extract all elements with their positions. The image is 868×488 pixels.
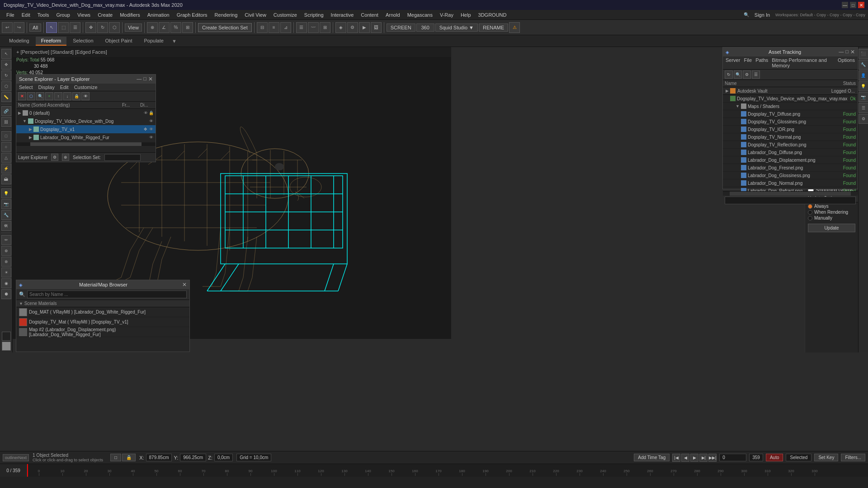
left-tool-3[interactable]: ↻ xyxy=(1,70,11,80)
se-menu-select[interactable]: Select xyxy=(19,84,33,90)
mod-update-button[interactable]: Update xyxy=(808,224,855,232)
at-vault-row[interactable]: ▶ Autodesk Vault Logged O... xyxy=(723,87,858,95)
at-file-row[interactable]: Labrador_Dog_Diffuse.png Found xyxy=(723,149,858,156)
minimize-button[interactable]: — xyxy=(842,2,848,8)
menu-views[interactable]: Views xyxy=(74,11,94,19)
menu-megascans[interactable]: Megascans xyxy=(404,11,436,19)
at-menu-bitmap[interactable]: Bitmap Performance and Memory xyxy=(772,57,834,68)
left-tool-15[interactable]: 🔧 xyxy=(1,210,11,220)
mod-when-rendering-radio[interactable] xyxy=(808,210,812,215)
left-tool-7[interactable]: ⛓ xyxy=(1,117,11,127)
left-tool-12[interactable]: 🏔 xyxy=(1,174,11,184)
lock-btn-lock[interactable]: 🔒 xyxy=(122,454,136,461)
at-btn-settings[interactable]: ⚙ xyxy=(743,70,751,79)
timeline-ruler[interactable]: 0102030405060708090100110120130140150160… xyxy=(0,464,868,477)
at-minimize[interactable]: — xyxy=(839,49,844,55)
scene-explorer-minimize[interactable]: — xyxy=(137,76,142,82)
auto-key-btn[interactable]: Auto xyxy=(766,454,783,461)
left-tool-10[interactable]: △ xyxy=(1,153,11,163)
scene-explorer-close[interactable]: ✕ xyxy=(148,76,153,82)
render-setup[interactable]: ⚙ xyxy=(347,22,358,33)
x-coord[interactable]: 879.85cm xyxy=(146,454,172,461)
at-scroll-thumb[interactable] xyxy=(730,192,851,196)
undo-button[interactable]: ↩ xyxy=(2,22,13,33)
filter-dropdown[interactable]: All xyxy=(29,23,41,32)
left-tool-16[interactable]: 🛠 xyxy=(1,221,11,231)
scale-button[interactable]: ⬡ xyxy=(109,22,120,33)
screen-label[interactable]: SCREEN xyxy=(387,23,415,32)
left-tool-1[interactable]: ↖ xyxy=(1,49,11,59)
lock-btn-square[interactable]: □ xyxy=(110,454,121,461)
rp-btn-4[interactable]: 💡 xyxy=(859,81,868,91)
se-btn-down[interactable]: ↓ xyxy=(63,92,71,100)
mirror-button[interactable]: ⊟ xyxy=(257,22,268,33)
left-tool-6[interactable]: 🔗 xyxy=(1,106,11,116)
redo-button[interactable]: ↪ xyxy=(14,22,24,33)
se-menu-display[interactable]: Display xyxy=(38,84,55,90)
at-maps-expand[interactable]: ▼ xyxy=(736,104,740,108)
at-file-row[interactable]: Dogsplay_TV_Normal.png Found xyxy=(723,133,858,141)
playhead[interactable] xyxy=(27,464,28,477)
studio-label[interactable]: Squid Studio ▼ xyxy=(435,23,478,32)
se-footer-btn-2[interactable]: ⊕ xyxy=(62,154,69,161)
rp-btn-3[interactable]: 👤 xyxy=(859,70,868,80)
warning-icon[interactable]: ⚠ xyxy=(509,22,520,33)
left-tool-9[interactable]: ○ xyxy=(1,142,11,152)
schematic-view[interactable]: ⊞ xyxy=(320,22,330,33)
menu-interactive[interactable]: Interactive xyxy=(327,11,358,19)
se-btn-up[interactable]: ↑ xyxy=(54,92,62,100)
rotate-button[interactable]: ↻ xyxy=(97,22,108,33)
menu-civil-view[interactable]: Civil View xyxy=(241,11,269,19)
at-file-row[interactable]: Dogsplay_TV_Glossines.png Found xyxy=(723,118,858,126)
left-tool-20[interactable]: ☀ xyxy=(1,267,11,277)
at-btn-search[interactable]: 🔍 xyxy=(734,70,742,79)
selection-filter-button[interactable]: ☰ xyxy=(70,22,80,33)
at-vault-expand[interactable]: ▶ xyxy=(726,89,729,93)
at-menu-file[interactable]: File xyxy=(744,57,752,68)
se-scroll-thumb[interactable] xyxy=(30,142,142,146)
scene-explorer-maximize[interactable]: □ xyxy=(143,76,146,82)
tab-modeling[interactable]: Modeling xyxy=(4,37,35,46)
render-production[interactable]: ▶ xyxy=(359,22,370,33)
spinner-snap[interactable]: ⊞ xyxy=(182,22,193,33)
at-restore[interactable]: □ xyxy=(845,49,849,55)
pb-go-start[interactable]: |◀ xyxy=(672,454,680,462)
at-file-row[interactable]: Labrador_Dog_Fresnel.png Found xyxy=(723,164,858,172)
se-row-dogsplay-device[interactable]: ▼ Dogsplay_TV_Video_Device_with_Dog 👁 xyxy=(16,117,156,125)
pb-prev[interactable]: ◀ xyxy=(681,454,689,462)
left-tool-22[interactable]: ⚈ xyxy=(1,289,11,299)
se-move-icon[interactable]: ✥ xyxy=(144,127,147,131)
left-tool-13[interactable]: 💡 xyxy=(1,188,11,198)
sign-in-button[interactable]: Sign In xyxy=(751,11,774,19)
pb-play[interactable]: ▶ xyxy=(690,454,698,462)
create-selection-set-button[interactable]: Create Selection Set xyxy=(198,23,252,32)
mod-manually-radio[interactable] xyxy=(808,216,812,221)
y-coord[interactable]: 966.25cm xyxy=(180,454,206,461)
at-close[interactable]: ✕ xyxy=(850,49,855,55)
at-menu-server[interactable]: Server xyxy=(726,57,740,68)
at-path-input[interactable] xyxy=(725,197,856,204)
add-time-tag-btn[interactable]: Add Time Tag xyxy=(634,454,670,461)
mat-row[interactable]: Dog_MAT ( VRayMtl ) [Labrador_Dog_White_… xyxy=(16,307,189,317)
set-key-btn[interactable]: Set Key xyxy=(814,454,838,461)
z-coord[interactable]: 0,0cm xyxy=(214,454,233,461)
menu-scripting[interactable]: Scripting xyxy=(301,11,327,19)
close-button[interactable]: ✕ xyxy=(858,2,864,8)
at-file-row[interactable]: Dogsplay_TV_Diffuse.png Found xyxy=(723,110,858,118)
mat-browser-close[interactable]: ✕ xyxy=(182,282,187,288)
view-label[interactable]: View xyxy=(125,23,142,32)
at-file-row[interactable]: Dogsplay_TV_IOR.png Found xyxy=(723,126,858,133)
se-menu-customize[interactable]: Customize xyxy=(74,84,98,90)
menu-vray[interactable]: V-Ray xyxy=(436,11,457,19)
at-menu-options[interactable]: Options xyxy=(838,57,855,68)
at-file-row[interactable]: Labrador_Dog_Refract.png Found xyxy=(723,187,858,191)
percent-snap[interactable]: % xyxy=(170,22,181,33)
at-file-row[interactable]: Dogsplay_TV_Reflection.png Found xyxy=(723,141,858,149)
snap-toggle[interactable]: ⊕ xyxy=(147,22,158,33)
left-tool-18[interactable]: ⊕ xyxy=(1,246,11,256)
select-region-button[interactable]: ⬚ xyxy=(58,22,69,33)
se-scrollbar[interactable] xyxy=(16,142,156,146)
se-btn-filter[interactable]: ⬡ xyxy=(27,92,35,100)
se-row-labrador[interactable]: ▶ Labrador_Dog_White_Rigged_Fur 👁 xyxy=(16,133,156,141)
menu-graph-editors[interactable]: Graph Editors xyxy=(173,11,211,19)
